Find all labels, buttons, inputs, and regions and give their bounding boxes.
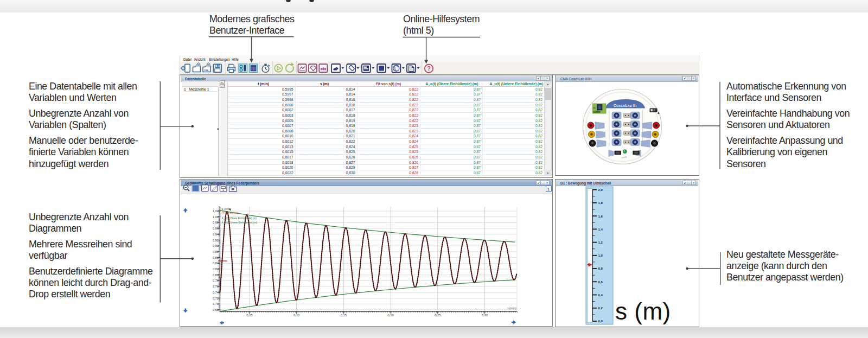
svg-text:0,25: 0,25: [435, 314, 441, 317]
svg-text:0,90: 0,90: [213, 244, 219, 247]
svg-text:0,10: 0,10: [293, 314, 299, 317]
svg-text:t (min): t (min): [508, 307, 516, 310]
svg-text:0.84m: 0.84m: [593, 111, 601, 113]
svg-text:0,8: 0,8: [598, 267, 603, 270]
svg-text:1,0: 1,0: [598, 254, 603, 257]
svg-text:0,68: 0,68: [213, 308, 219, 311]
svg-text:0,2: 0,2: [598, 307, 603, 310]
svg-text:0,05: 0,05: [246, 314, 252, 317]
svg-text:0,15: 0,15: [341, 314, 347, 317]
svg-text:0,94: 0,94: [213, 233, 219, 236]
svg-text:s (m): s (m): [222, 207, 229, 211]
svg-text:0,30: 0,30: [482, 314, 488, 317]
svg-text:0,4: 0,4: [598, 294, 603, 297]
svg-text:0,74: 0,74: [213, 291, 219, 294]
svg-text:0,70: 0,70: [213, 302, 219, 305]
svg-text:1,4: 1,4: [598, 228, 603, 231]
svg-text:1,6: 1,6: [598, 215, 603, 218]
svg-text:0,20: 0,20: [387, 314, 393, 317]
svg-text:CMA: CMA: [204, 69, 209, 72]
svg-text:A_o(t) (Obere Einhüllende) (m): A_o(t) (Obere Einhüllende) (m): [222, 217, 257, 220]
svg-text:0,98: 0,98: [213, 221, 219, 224]
svg-text:0,86: 0,86: [213, 256, 219, 259]
svg-text:0,6: 0,6: [598, 280, 603, 284]
svg-text:2,0: 2,0: [598, 188, 603, 192]
svg-text:0,0: 0,0: [598, 320, 603, 323]
svg-text:0,78: 0,78: [213, 279, 219, 282]
svg-text:1,00: 1,00: [213, 215, 219, 219]
svg-text:0,80: 0,80: [213, 273, 219, 277]
svg-text:Fit von s(t) (m): Fit von s(t) (m): [222, 212, 239, 214]
svg-text:0,84: 0,84: [213, 262, 219, 265]
svg-text:0,72: 0,72: [213, 297, 219, 300]
svg-text:1,02: 1,02: [213, 209, 219, 213]
svg-text:0,82: 0,82: [213, 267, 219, 271]
svg-text:0,88: 0,88: [213, 250, 219, 253]
svg-text:1,8: 1,8: [598, 201, 603, 205]
svg-text:0,76: 0,76: [213, 285, 219, 288]
svg-text:0,92: 0,92: [213, 239, 219, 242]
svg-text:d=: d=: [593, 106, 596, 109]
svg-text:1,2: 1,2: [598, 241, 603, 244]
svg-text:COACHLAB II+: COACHLAB II+: [614, 104, 637, 107]
svg-text:0,96: 0,96: [213, 227, 219, 230]
svg-text:A_u(t) (Untere Einhüllende) (m: A_u(t) (Untere Einhüllende) (m): [222, 221, 258, 224]
svg-text:?: ?: [427, 65, 431, 72]
